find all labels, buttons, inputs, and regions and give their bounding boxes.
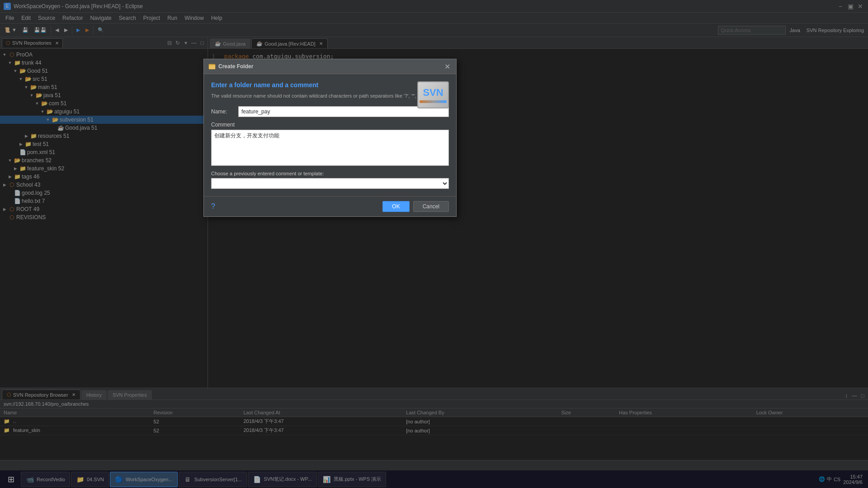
dialog-buttons: ? OK Cancel	[204, 196, 456, 216]
dialog-name-label: Name:	[211, 108, 238, 115]
dialog-cancel-button[interactable]: Cancel	[413, 201, 449, 212]
dialog-icon	[208, 63, 216, 70]
svn-logo-text: SVN	[423, 87, 443, 99]
dialog-heading: Enter a folder name and a comment	[211, 81, 449, 89]
dialog-comment-textarea[interactable]: 创建新分支，开发支付功能	[211, 130, 449, 166]
svn-logo-bar	[420, 100, 447, 103]
dialog-help-button[interactable]: ?	[211, 202, 215, 211]
svg-rect-2	[209, 64, 212, 66]
dialog-comment-label: Comment	[211, 122, 449, 128]
dialog-description: The valid resource name should not conta…	[211, 92, 449, 100]
create-folder-dialog: Create Folder ✕ SVN Enter a folder name …	[203, 59, 457, 217]
dialog-name-row: Name:	[211, 106, 449, 117]
dialog-title-text: Create Folder	[218, 63, 440, 70]
dialog-overlay: Create Folder ✕ SVN Enter a folder name …	[0, 0, 868, 488]
dialog-ok-button[interactable]: OK	[382, 201, 409, 212]
svg-rect-1	[209, 65, 215, 69]
dialog-choose-select[interactable]	[211, 178, 449, 189]
dialog-comment-section: Comment 创建新分支，开发支付功能	[211, 122, 449, 167]
dialog-body: SVN Enter a folder name and a comment Th…	[204, 74, 456, 196]
dialog-title-bar: Create Folder ✕	[204, 59, 456, 74]
dialog-choose-label: Choose a previously entered comment or t…	[211, 171, 449, 176]
dialog-close-button[interactable]: ✕	[443, 62, 452, 71]
svn-logo: SVN	[417, 81, 449, 108]
